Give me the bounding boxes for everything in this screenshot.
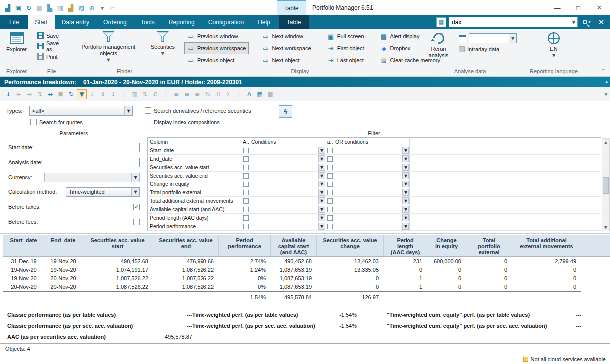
- refresh-table-icon[interactable]: ↻: [66, 89, 76, 99]
- tab-tools[interactable]: Tools: [134, 15, 162, 29]
- search-history-caret-icon[interactable]: ▼: [570, 20, 577, 25]
- results-column-header[interactable]: Total portfolio external: [466, 235, 512, 256]
- analyse-date-combobox[interactable]: ▼: [469, 33, 517, 43]
- filter-condition-combobox[interactable]: ▼: [250, 172, 326, 180]
- analysis-date-input[interactable]: [107, 158, 140, 167]
- start-date-input[interactable]: [107, 143, 140, 152]
- tab-table-context[interactable]: Table: [279, 15, 309, 29]
- filter-or-condition-combobox[interactable]: ▼: [334, 205, 410, 213]
- run-search-button[interactable]: ϟ: [279, 105, 292, 118]
- combo-caret-icon[interactable]: ▼: [402, 181, 409, 187]
- combo-caret-icon[interactable]: ▼: [318, 164, 325, 171]
- combo-caret-icon[interactable]: ▼: [318, 172, 325, 179]
- scroll-up-icon[interactable]: ▲: [602, 139, 609, 146]
- combo-caret-icon[interactable]: ▼: [402, 197, 409, 204]
- save-icon[interactable]: ▣: [14, 3, 23, 12]
- full-screen-button[interactable]: ▣ Full screen: [324, 30, 367, 42]
- save-as-button[interactable]: Save as: [35, 41, 68, 51]
- rerun-analysis-button[interactable]: Rerun analysis: [423, 30, 454, 68]
- filter-or-checkbox[interactable]: [327, 224, 333, 229]
- previous-workspace-button[interactable]: ⇨ Previous workspace: [184, 42, 249, 54]
- filter-or-checkbox[interactable]: [327, 148, 333, 153]
- filter-condition-combobox[interactable]: ▼: [250, 155, 326, 163]
- sum-icon[interactable]: Σ: [223, 89, 233, 99]
- filter-condition-combobox[interactable]: ▼: [250, 163, 326, 171]
- first-object-button[interactable]: ⇥ First object: [324, 42, 367, 54]
- row-down-icon[interactable]: ↓: [108, 89, 118, 99]
- intraday-data-checkbox[interactable]: [459, 46, 465, 52]
- stop-icon[interactable]: ■: [35, 3, 44, 12]
- combo-caret-icon[interactable]: ▼: [318, 147, 325, 154]
- export-table-icon[interactable]: ↧: [3, 89, 13, 99]
- results-column-header[interactable]: Securities acc. value change: [317, 235, 384, 256]
- filter-and-checkbox[interactable]: [243, 224, 249, 229]
- fit-rows-icon[interactable]: ⇅: [35, 89, 45, 99]
- percent-icon[interactable]: %: [203, 89, 212, 99]
- toolbar-scroll-down-icon[interactable]: ▼: [604, 92, 608, 97]
- combo-caret-icon[interactable]: ▼: [402, 172, 409, 179]
- securities-button[interactable]: Securities ▼: [149, 30, 177, 68]
- scrollbar-thumb[interactable]: [603, 177, 609, 194]
- filter-and-checkbox[interactable]: [243, 215, 249, 221]
- time-chart-icon[interactable]: ▙: [45, 3, 54, 12]
- collapse-columns-icon[interactable]: ⇤: [14, 89, 24, 99]
- tab-file[interactable]: File: [0, 15, 28, 29]
- tab-help[interactable]: Help: [251, 15, 277, 29]
- filter-condition-combobox[interactable]: ▼: [250, 188, 326, 196]
- display-index-compositions-checkbox[interactable]: [145, 119, 151, 125]
- filter-or-condition-combobox[interactable]: ▼: [334, 180, 410, 188]
- maximize-button[interactable]: □: [568, 0, 589, 15]
- search-input[interactable]: [449, 18, 570, 26]
- previous-object-button[interactable]: ⇨ Previous object: [184, 54, 249, 66]
- portfolio-management-objects-button[interactable]: Portfolio management objects ▼: [72, 30, 145, 68]
- filter-condition-combobox[interactable]: ▼: [250, 214, 326, 222]
- results-column-header[interactable]: Change in equity: [427, 235, 466, 256]
- calculation-method-combobox[interactable]: Time-weighted ▼: [66, 187, 140, 197]
- results-column-header[interactable]: Start_date: [3, 235, 44, 256]
- chart-save-icon[interactable]: ⇓: [98, 89, 108, 99]
- toolbar-separator[interactable]: │: [119, 89, 129, 99]
- combo-caret-icon[interactable]: ▼: [402, 164, 409, 171]
- results-column-header[interactable]: Securities acc. value end: [153, 235, 219, 256]
- print-button[interactable]: Print: [35, 51, 60, 62]
- results-column-header[interactable]: Period length (AAC days): [384, 235, 427, 256]
- combo-caret-icon[interactable]: ▼: [402, 206, 409, 213]
- filter-or-condition-combobox[interactable]: ▼: [334, 222, 410, 230]
- filter-or-condition-combobox[interactable]: ▼: [334, 155, 410, 163]
- filter-funnel-icon[interactable]: ▼: [77, 89, 87, 99]
- filter-condition-combobox[interactable]: ▼: [250, 205, 326, 213]
- combo-caret-icon[interactable]: ▼: [402, 147, 409, 154]
- chart-view-icon[interactable]: ▦: [255, 89, 265, 99]
- combo-caret-icon[interactable]: ▼: [318, 197, 325, 204]
- toolbar-separator[interactable]: │: [234, 89, 244, 99]
- filter-and-checkbox[interactable]: [243, 148, 249, 153]
- decimal-icon[interactable]: .0: [213, 89, 223, 99]
- sort-descending-icon[interactable]: ⇵: [150, 89, 160, 99]
- filter-or-checkbox[interactable]: [327, 173, 333, 179]
- align-right-icon[interactable]: ≡: [192, 89, 202, 99]
- filter-condition-combobox[interactable]: ▼: [250, 197, 326, 205]
- align-left-icon[interactable]: ≡: [171, 89, 181, 99]
- expand-columns-icon[interactable]: ⇥: [24, 89, 34, 99]
- filter-condition-combobox[interactable]: ▼: [250, 222, 326, 230]
- explorer-button[interactable]: Explorer: [4, 30, 29, 68]
- combo-caret-icon[interactable]: ▼: [318, 181, 325, 187]
- scroll-down-icon[interactable]: ▼: [602, 224, 609, 231]
- filter-condition-combobox[interactable]: ▼: [250, 180, 326, 188]
- currency-combobox[interactable]: ▼: [44, 173, 140, 182]
- combo-caret-icon[interactable]: ▼: [402, 223, 409, 230]
- combo-caret-icon[interactable]: ▼: [402, 155, 409, 162]
- filter-or-checkbox[interactable]: [327, 182, 333, 187]
- filter-and-checkbox[interactable]: [243, 190, 249, 195]
- combo-caret-icon[interactable]: ▼: [402, 214, 409, 221]
- results-column-header[interactable]: Period performance: [219, 235, 271, 256]
- combo-caret-icon[interactable]: ▼: [318, 189, 325, 196]
- filter-and-checkbox[interactable]: [243, 207, 249, 212]
- filter-and-checkbox[interactable]: [243, 173, 249, 179]
- filter-or-checkbox[interactable]: [327, 198, 333, 204]
- filter-or-condition-combobox[interactable]: ▼: [334, 146, 410, 154]
- pivot-chart-icon[interactable]: ▨: [77, 3, 86, 12]
- results-column-header[interactable]: Securities acc. value start: [82, 235, 153, 256]
- align-center-icon[interactable]: ≡: [182, 89, 192, 99]
- search-for-quotes-checkbox[interactable]: [30, 119, 37, 125]
